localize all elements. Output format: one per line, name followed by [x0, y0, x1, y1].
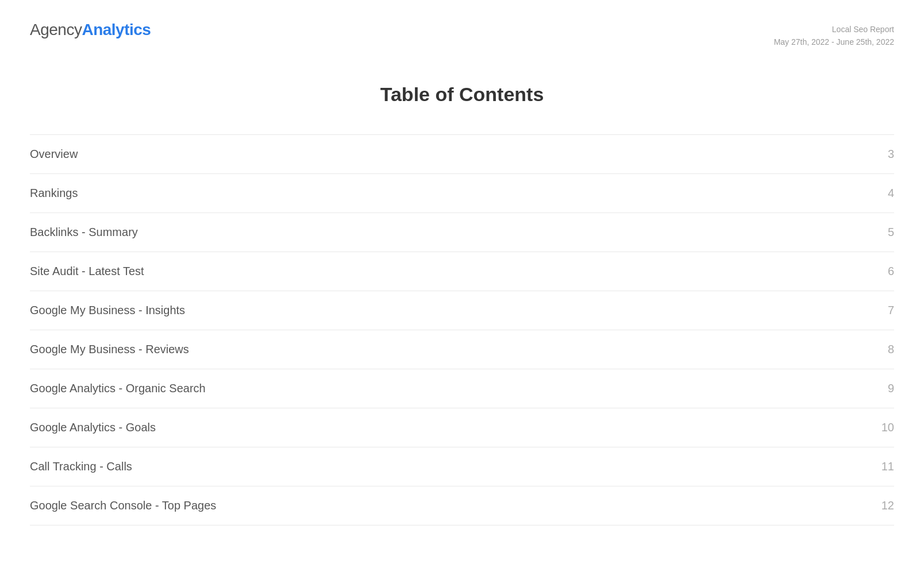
toc-item-label: Overview: [30, 148, 78, 161]
header-info: Local Seo Report May 27th, 2022 - June 2…: [774, 21, 894, 49]
report-title: Local Seo Report: [774, 23, 894, 36]
toc-item-page: 10: [877, 421, 894, 434]
toc-item: Backlinks - Summary5: [30, 213, 894, 252]
logo: Agency Analytics: [30, 21, 151, 39]
toc-item: Google My Business - Insights7: [30, 291, 894, 330]
toc-item: Google Analytics - Organic Search9: [30, 369, 894, 408]
toc-item: Rankings4: [30, 174, 894, 213]
main-content: Table of Contents Overview3Rankings4Back…: [0, 49, 924, 560]
toc-item-label: Google Analytics - Organic Search: [30, 382, 206, 395]
toc-item-label: Google My Business - Insights: [30, 304, 185, 317]
toc-item: Site Audit - Latest Test6: [30, 252, 894, 291]
toc-item: Overview3: [30, 134, 894, 174]
toc-item: Google Search Console - Top Pages12: [30, 486, 894, 525]
toc-item-page: 4: [877, 187, 894, 200]
header: Agency Analytics Local Seo Report May 27…: [0, 0, 924, 49]
toc-item-page: 11: [877, 460, 894, 473]
toc-item-page: 12: [877, 499, 894, 512]
toc-item-page: 6: [877, 265, 894, 278]
toc-item-label: Google My Business - Reviews: [30, 343, 189, 356]
toc-item: Google My Business - Reviews8: [30, 330, 894, 369]
logo-agency-text: Agency: [30, 21, 82, 39]
toc-item-label: Call Tracking - Calls: [30, 460, 132, 473]
page: Agency Analytics Local Seo Report May 27…: [0, 0, 924, 572]
toc-item-label: Google Analytics - Goals: [30, 421, 156, 434]
toc-item-page: 9: [877, 382, 894, 395]
toc-item-page: 5: [877, 226, 894, 239]
toc-title: Table of Contents: [30, 83, 894, 106]
report-dates: May 27th, 2022 - June 25th, 2022: [774, 36, 894, 48]
toc-item-page: 7: [877, 304, 894, 317]
toc-item-label: Google Search Console - Top Pages: [30, 499, 216, 512]
toc-item-page: 3: [877, 148, 894, 161]
toc-list: Overview3Rankings4Backlinks - Summary5Si…: [30, 134, 894, 525]
toc-item-label: Rankings: [30, 187, 78, 200]
toc-item-label: Backlinks - Summary: [30, 226, 138, 239]
toc-item: Call Tracking - Calls11: [30, 447, 894, 486]
logo-analytics-text: Analytics: [82, 21, 151, 39]
toc-item-page: 8: [877, 343, 894, 356]
toc-item-label: Site Audit - Latest Test: [30, 265, 144, 278]
toc-item: Google Analytics - Goals10: [30, 408, 894, 447]
